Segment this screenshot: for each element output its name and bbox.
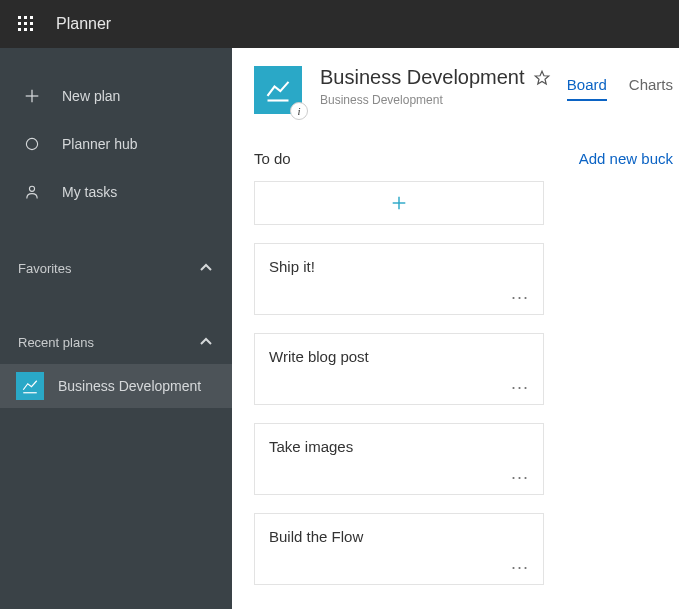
info-badge[interactable]: i <box>290 102 308 120</box>
nav-label: My tasks <box>62 184 117 200</box>
tab-charts[interactable]: Charts <box>629 76 673 101</box>
task-more-button[interactable]: ... <box>507 371 533 396</box>
favorites-header[interactable]: Favorites <box>0 246 232 290</box>
chevron-up-icon <box>198 334 214 350</box>
svg-rect-4 <box>24 22 27 25</box>
svg-rect-3 <box>18 22 21 25</box>
nav-new-plan[interactable]: New plan <box>0 72 232 120</box>
plan-subtitle: Business Development <box>320 93 551 107</box>
view-tabs: Board Charts <box>567 76 679 101</box>
task-more-button[interactable]: ... <box>507 551 533 576</box>
plan-title: Business Development <box>320 66 525 89</box>
svg-rect-0 <box>18 16 21 19</box>
section-label: Recent plans <box>18 335 94 350</box>
person-icon <box>22 182 42 202</box>
task-more-button[interactable]: ... <box>507 281 533 306</box>
svg-marker-13 <box>535 71 549 84</box>
svg-rect-7 <box>24 28 27 31</box>
svg-point-11 <box>26 138 37 149</box>
app-launcher-button[interactable] <box>10 8 42 40</box>
task-title: Take images <box>269 438 353 455</box>
top-bar: Planner <box>0 0 679 48</box>
task-card[interactable]: Ship it! ... <box>254 243 544 315</box>
svg-rect-2 <box>30 16 33 19</box>
svg-rect-5 <box>30 22 33 25</box>
plus-icon <box>22 86 42 106</box>
task-column: Ship it! ... Write blog post ... Take im… <box>232 167 544 585</box>
main-content: i Business Development Business Developm… <box>232 48 679 609</box>
plan-tile-icon <box>16 372 44 400</box>
plan-tile-large: i <box>254 66 302 114</box>
nav-label: New plan <box>62 88 120 104</box>
recent-plan-item[interactable]: Business Development <box>0 364 232 408</box>
svg-rect-8 <box>30 28 33 31</box>
sidebar: New plan Planner hub My tasks Favorites <box>0 48 232 609</box>
nav-planner-hub[interactable]: Planner hub <box>0 120 232 168</box>
nav-my-tasks[interactable]: My tasks <box>0 168 232 216</box>
task-title: Ship it! <box>269 258 315 275</box>
svg-point-12 <box>29 186 34 191</box>
recent-plans-header[interactable]: Recent plans <box>0 320 232 364</box>
tab-board[interactable]: Board <box>567 76 607 101</box>
add-bucket-link[interactable]: Add new buck <box>579 150 673 167</box>
favorite-star-button[interactable] <box>533 69 551 87</box>
task-title: Write blog post <box>269 348 369 365</box>
waffle-icon <box>18 16 34 32</box>
circle-icon <box>22 134 42 154</box>
task-card[interactable]: Write blog post ... <box>254 333 544 405</box>
nav-label: Planner hub <box>62 136 138 152</box>
svg-rect-6 <box>18 28 21 31</box>
recent-plan-label: Business Development <box>58 378 201 394</box>
task-card[interactable]: Take images ... <box>254 423 544 495</box>
task-title: Build the Flow <box>269 528 363 545</box>
chart-line-icon <box>264 76 292 104</box>
bucket-title[interactable]: To do <box>254 150 291 167</box>
chevron-up-icon <box>198 260 214 276</box>
plus-icon <box>390 194 408 212</box>
svg-rect-1 <box>24 16 27 19</box>
app-name: Planner <box>56 15 111 33</box>
add-task-button[interactable] <box>254 181 544 225</box>
task-more-button[interactable]: ... <box>507 461 533 486</box>
star-outline-icon <box>533 69 551 87</box>
section-label: Favorites <box>18 261 71 276</box>
task-card[interactable]: Build the Flow ... <box>254 513 544 585</box>
